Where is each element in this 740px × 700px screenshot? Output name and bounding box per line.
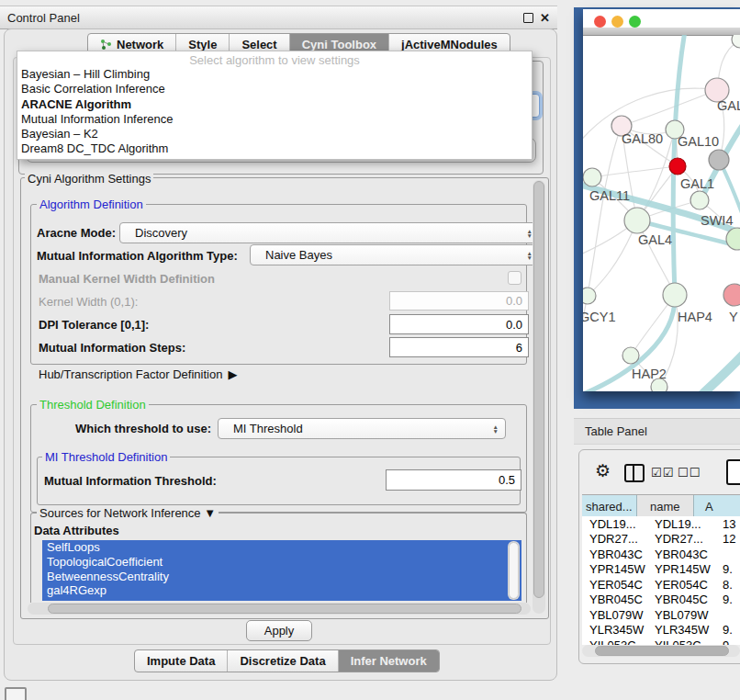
network-canvas[interactable]: GAL7 GAL80 GAL10 GAL1 GAL11 SWI4 GAL4 GC… (583, 35, 740, 391)
algorithm-option-selected[interactable]: ARACNE Algorithm (17, 97, 532, 112)
table-row[interactable]: YLR345WYLR345W9. (582, 623, 740, 638)
table-row[interactable]: YPR145WYPR145W9. (582, 562, 740, 578)
table-row[interactable]: YDR27...YDR27...12 (582, 532, 740, 548)
panel-title: Control Panel (7, 11, 80, 25)
algorithm-option[interactable]: Bayesian – K2 (17, 127, 532, 141)
mi-threshold-label: Mutual Information Threshold: (44, 474, 217, 488)
settings-group-title: Cyni Algorithm Settings (25, 172, 153, 186)
list-scrollbar-thumb[interactable] (509, 542, 519, 599)
dropdown-placeholder: Select algorithm to view settings (17, 51, 532, 67)
node-label: HAP2 (632, 367, 667, 381)
mi-steps-label: Mutual Information Steps: (39, 341, 185, 355)
new-table-icon[interactable] (726, 459, 740, 485)
data-attributes-label: Data Attributes (34, 524, 119, 537)
tab-discretize-data[interactable]: Discretize Data (228, 650, 338, 672)
table-hscrollbar-thumb[interactable] (595, 646, 729, 656)
table-rows: YDL19...YDL19...13 YDR27...YDR27...12 YB… (582, 516, 740, 645)
close-icon[interactable]: ✕ (540, 12, 550, 24)
column-header-shared[interactable]: shared... (582, 495, 637, 517)
algorithm-option[interactable]: Dream8 DC_TDC Algorithm (17, 141, 532, 156)
attribute-item-selected[interactable]: gal4RGexp (42, 583, 521, 598)
network-view-window[interactable]: GAL7 GAL80 GAL10 GAL1 GAL11 SWI4 GAL4 GC… (583, 9, 740, 391)
table-panel-titlebar: Table Panel (574, 418, 740, 445)
stepper-arrows-icon: ▲▼ (493, 424, 499, 434)
float-panel-icon[interactable] (523, 13, 533, 23)
node-gray (709, 150, 729, 170)
checked-columns-icon[interactable]: ☑☑ (651, 466, 674, 480)
control-panel-titlebar: Control Panel ✕ (0, 6, 557, 29)
dpi-tolerance-field[interactable]: 0.0 (389, 314, 529, 334)
sources-toggle[interactable]: Sources for Network Inference ▼ (37, 506, 219, 520)
hub-definition-toggle[interactable]: Hub/Transcription Factor Definition▶ (39, 367, 237, 381)
node-gal11 (583, 168, 601, 186)
attribute-item-selected[interactable]: BetweennessCentrality (42, 570, 521, 584)
which-threshold-label: Which threshold to use: (75, 422, 211, 435)
table-row[interactable]: YBL079WYBL079W (582, 607, 740, 623)
settings-hscrollbar-track[interactable] (28, 603, 531, 615)
expanded-arrow-icon: ▼ (204, 506, 216, 520)
zoom-traffic-light[interactable] (629, 16, 641, 28)
table-row[interactable]: YER054CYER054C8. (582, 577, 740, 593)
manual-kernel-label: Manual Kernel Width Definition (39, 272, 215, 286)
aracne-mode-combobox[interactable]: Discovery ▲▼ (119, 222, 540, 243)
collapsed-arrow-icon: ▶ (228, 367, 237, 381)
threshold-definition-title: Threshold Definition (37, 398, 149, 412)
split-columns-icon[interactable] (624, 464, 645, 482)
node (732, 35, 740, 48)
node-gal1 (690, 191, 709, 209)
mi-type-combobox[interactable]: Naive Bayes ▲▼ (250, 244, 540, 265)
which-threshold-combobox[interactable]: MI Threshold ▲▼ (218, 418, 506, 439)
column-header-name[interactable]: name (637, 495, 694, 517)
node-label: GCY1 (583, 310, 616, 324)
cyni-bottom-tabbar: Impute Data Discretize Data Infer Networ… (134, 649, 440, 672)
attribute-item-selected[interactable]: TopologicalCoefficient (42, 555, 521, 570)
node-hap4 (663, 283, 687, 307)
tab-infer-network[interactable]: Infer Network (339, 650, 439, 672)
column-header-partial[interactable]: A (694, 495, 740, 517)
data-attributes-list: SelfLoops TopologicalCoefficient Between… (42, 540, 521, 601)
tab-impute-data[interactable]: Impute Data (135, 650, 228, 672)
node-selected-red (669, 158, 686, 175)
attribute-item-selected[interactable]: SelfLoops (42, 540, 521, 555)
table-hscrollbar-track[interactable] (582, 645, 740, 657)
table-row[interactable]: YDL19...YDL19...13 (582, 516, 740, 532)
node-hap2 (622, 347, 639, 364)
table-row[interactable]: YBR045CYBR045C9. (582, 593, 740, 608)
manual-kernel-checkbox[interactable] (508, 271, 521, 285)
mi-threshold-title: MI Threshold Definition (42, 450, 170, 464)
node-label: GAL4 (638, 232, 672, 247)
apply-button[interactable]: Apply (246, 620, 312, 641)
table-row[interactable]: YBR043CYBR043C (582, 547, 740, 562)
algorithm-definition-title: Algorithm Definition (37, 198, 146, 211)
algorithm-option[interactable]: Basic Correlation Inference (17, 82, 532, 96)
minimize-traffic-light[interactable] (611, 16, 623, 28)
node-label: GAL80 (622, 131, 663, 146)
mi-threshold-field[interactable]: 0.5 (386, 469, 521, 491)
settings-hscrollbar-thumb[interactable] (48, 604, 521, 614)
table-panel-title: Table Panel (585, 424, 647, 438)
settings-vscrollbar-thumb[interactable] (533, 181, 544, 598)
settings-vscrollbar-track[interactable] (533, 180, 545, 614)
node-label: SWI4 (701, 213, 733, 228)
algorithm-dropdown-list: Select algorithm to view settings Bayesi… (17, 51, 533, 160)
kernel-width-field[interactable]: 0.0 (389, 291, 529, 310)
kernel-width-label: Kernel Width (0,1): (39, 295, 138, 309)
node-label: Y (729, 310, 738, 324)
gear-icon[interactable]: ⚙ (595, 462, 611, 480)
minimized-panel-icon[interactable] (5, 687, 27, 700)
close-traffic-light[interactable] (594, 16, 606, 28)
mi-steps-field[interactable]: 6 (389, 337, 529, 357)
list-scrollbar-track[interactable] (508, 541, 520, 600)
mi-type-label: Mutual Information Algorithm Type: (37, 249, 238, 263)
dpi-tolerance-label: DPI Tolerance [0,1]: (39, 318, 149, 332)
unchecked-columns-icon[interactable]: ☐☐ (678, 466, 701, 480)
network-icon (100, 39, 112, 51)
node-label: HAP4 (678, 310, 712, 324)
node-label: GAL1 (680, 176, 714, 191)
aracne-mode-label: Aracne Mode: (37, 226, 116, 240)
node-label: GAL10 (678, 134, 719, 149)
algorithm-option[interactable]: Bayesian – Hill Climbing (17, 67, 532, 82)
table-row[interactable]: YIL053CYIL053C9 (582, 638, 740, 645)
algorithm-option[interactable]: Mutual Information Inference (17, 112, 532, 127)
node-label: GAL11 (589, 188, 630, 203)
